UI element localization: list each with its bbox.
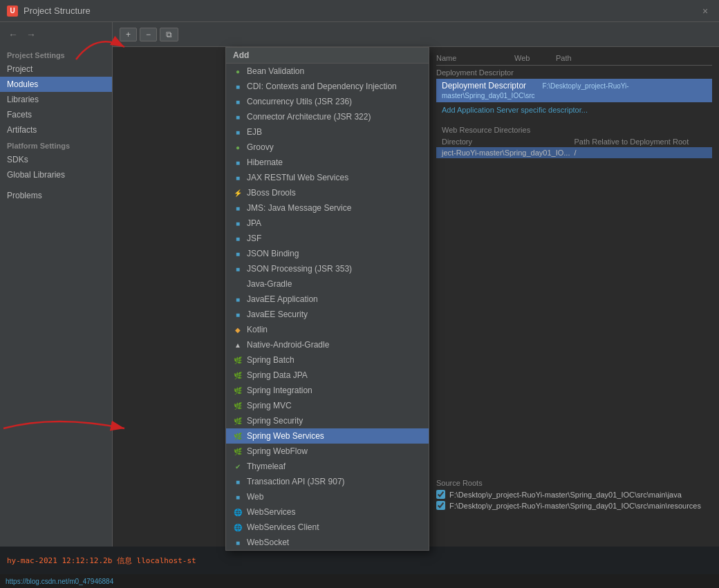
spring-mvc-icon: 🌿 — [233, 401, 243, 410]
dropdown-item-hibernate[interactable]: ■ Hibernate — [226, 155, 429, 170]
dropdown-item-concurrency[interactable]: ■ Concurrency Utils (JSR 236) — [226, 94, 429, 109]
dropdown-item-jsf[interactable]: ■ JSF — [226, 231, 429, 246]
app-icon: U — [7, 6, 18, 17]
dropdown-item-spring-data-jpa[interactable]: 🌿 Spring Data JPA — [226, 368, 429, 383]
sidebar-item-sdks[interactable]: SDKs — [0, 152, 112, 167]
dir-col-path: Path Relative to Deployment Root — [575, 137, 707, 146]
dropdown-item-java-gradle[interactable]: Java-Gradle — [226, 276, 429, 292]
main-layout: ← → Project Settings Project Modules Lib… — [0, 22, 719, 588]
dropdown-item-webservices[interactable]: 🌐 WebServices — [226, 504, 429, 520]
directories-section: Web Resource Directories Directory Path … — [436, 122, 712, 158]
kotlin-icon: ◆ — [233, 325, 243, 334]
source-root-2: F:\Desktop\y_project-RuoYi-master\Spring… — [436, 501, 712, 510]
jsf-icon: ■ — [233, 234, 243, 243]
jboss-icon: ⚡ — [233, 188, 243, 198]
concurrency-icon: ■ — [233, 97, 243, 106]
content-header: + − ⧉ — [113, 22, 719, 47]
dropdown-item-spring-mvc[interactable]: 🌿 Spring MVC — [226, 398, 429, 413]
spring-batch-icon: 🌿 — [233, 355, 243, 365]
webservices-client-icon: 🌐 — [233, 522, 243, 532]
sidebar-item-artifacts[interactable]: Artifacts — [0, 122, 112, 137]
dropdown-item-jax[interactable]: ■ JAX RESTful Web Services — [226, 170, 429, 185]
deployment-section: Deployment Descriptor Deployment Descrip… — [436, 68, 712, 117]
dropdown-item-jboss[interactable]: ⚡ JBoss Drools — [226, 185, 429, 200]
dropdown-item-javaee-app[interactable]: ■ JavaEE Application — [226, 292, 429, 307]
dropdown-item-native-android[interactable]: ▲ Native-Android-Gradle — [226, 337, 429, 352]
dropdown-item-transaction-api[interactable]: ■ Transaction API (JSR 907) — [226, 474, 429, 489]
sidebar-toolbar: ← → — [0, 22, 112, 47]
java-gradle-icon — [233, 279, 243, 289]
dropdown-item-web[interactable]: ■ Web — [226, 489, 429, 504]
dropdown-item-cdi[interactable]: ■ CDI: Contexts and Dependency Injection — [226, 79, 429, 94]
dropdown-item-bean-validation[interactable]: ● Bean Validation — [226, 64, 429, 79]
dropdown-item-javaee-security[interactable]: ■ JavaEE Security — [226, 307, 429, 322]
web-icon: ■ — [233, 492, 243, 502]
javaee-app-icon: ■ — [233, 294, 243, 304]
deployment-descriptor-row[interactable]: Deployment Descriptor F:\Desktop\y_proje… — [436, 79, 712, 102]
dropdown-item-spring-batch[interactable]: 🌿 Spring Batch — [226, 352, 429, 368]
dropdown-item-spring-security[interactable]: 🌿 Spring Security — [226, 413, 429, 428]
source-root-2-path: F:\Desktop\y_project-RuoYi-master\Spring… — [449, 502, 701, 510]
spring-data-jpa-icon: 🌿 — [233, 370, 243, 380]
dropdown-item-spring-webflow[interactable]: 🌿 Spring WebFlow — [226, 444, 429, 459]
dropdown-item-spring-web-services[interactable]: 🌿 Spring Web Services — [226, 428, 429, 444]
dir-value: ject-RuoYi-master\Spring_day01_IO... — [442, 149, 575, 157]
dropdown-item-thymeleaf[interactable]: ✔ Thymeleaf — [226, 459, 429, 474]
dropdown-item-ejb[interactable]: ■ EJB — [226, 124, 429, 140]
title-bar: U Project Structure × — [0, 0, 719, 22]
add-button[interactable]: + — [120, 28, 137, 41]
sidebar-item-global-libraries[interactable]: Global Libraries — [0, 167, 112, 182]
table-header-row: Name Web Path — [436, 54, 712, 66]
dir-path-value: / — [575, 149, 707, 157]
dropdown-item-spring-integration[interactable]: 🌿 Spring Integration — [226, 383, 429, 398]
source-root-1-checkbox[interactable] — [436, 490, 445, 499]
dir-col-directory: Directory — [442, 137, 575, 146]
sidebar: ← → Project Settings Project Modules Lib… — [0, 22, 113, 588]
spring-web-services-icon: 🌿 — [233, 431, 243, 441]
jms-icon: ■ — [233, 203, 243, 213]
json-binding-icon: ■ — [233, 249, 243, 258]
window-title: Project Structure — [24, 6, 91, 16]
sidebar-item-modules[interactable]: Modules — [0, 77, 112, 92]
sidebar-item-facets[interactable]: Facets — [0, 107, 112, 122]
dropdown-item-groovy[interactable]: ● Groovy — [226, 140, 429, 155]
spring-security-icon: 🌿 — [233, 416, 243, 426]
dropdown-menu: Add ● Bean Validation ■ CDI: Contexts an… — [225, 47, 429, 551]
sidebar-item-libraries[interactable]: Libraries — [0, 92, 112, 107]
dropdown-item-kotlin[interactable]: ◆ Kotlin — [226, 322, 429, 337]
webservices-icon: 🌐 — [233, 507, 243, 517]
hibernate-icon: ■ — [233, 158, 243, 167]
sidebar-item-problems[interactable]: Problems — [0, 188, 112, 203]
dropdown-item-connector[interactable]: ■ Connector Architecture (JSR 322) — [226, 109, 429, 124]
dropdown-item-jms[interactable]: ■ JMS: Java Message Service — [226, 200, 429, 216]
forward-button[interactable]: → — [24, 27, 39, 42]
right-panel: Name Web Path Deployment Descriptor Depl… — [429, 47, 719, 519]
dir-data-row[interactable]: ject-RuoYi-master\Spring_day01_IO... / — [436, 147, 712, 158]
dropdown-item-json-binding[interactable]: ■ JSON Binding — [226, 246, 429, 261]
javaee-security-icon: ■ — [233, 310, 243, 319]
remove-button[interactable]: − — [140, 28, 157, 41]
terminal-text: hy-mac-2021 12:12:12.2b 信息 llocalhost-st — [7, 556, 196, 566]
thymeleaf-icon: ✔ — [233, 462, 243, 471]
col-web: Web — [514, 54, 556, 62]
jax-icon: ■ — [233, 173, 243, 182]
add-descriptor-btn[interactable]: Add Application Server specific descript… — [436, 102, 712, 117]
transaction-api-icon: ■ — [233, 477, 243, 486]
col-name: Name — [436, 54, 514, 62]
cdi-icon: ■ — [233, 82, 243, 91]
dropdown-header: Add — [226, 48, 429, 64]
copy-button[interactable]: ⧉ — [160, 28, 178, 41]
groovy-icon: ● — [233, 142, 243, 152]
jpa-icon: ■ — [233, 218, 243, 228]
bean-validation-icon: ● — [233, 66, 243, 76]
dir-header-row: Directory Path Relative to Deployment Ro… — [436, 136, 712, 147]
source-root-2-checkbox[interactable] — [436, 501, 445, 510]
back-button[interactable]: ← — [6, 27, 21, 42]
close-button[interactable]: × — [698, 4, 712, 18]
dropdown-item-webservices-client[interactable]: 🌐 WebServices Client — [226, 520, 429, 535]
dropdown-item-json-processing[interactable]: ■ JSON Processing (JSR 353) — [226, 261, 429, 276]
sidebar-item-project[interactable]: Project — [0, 61, 112, 77]
spring-webflow-icon: 🌿 — [233, 446, 243, 456]
dropdown-item-jpa[interactable]: ■ JPA — [226, 216, 429, 231]
dropdown-item-websocket[interactable]: ■ WebSocket — [226, 535, 429, 550]
